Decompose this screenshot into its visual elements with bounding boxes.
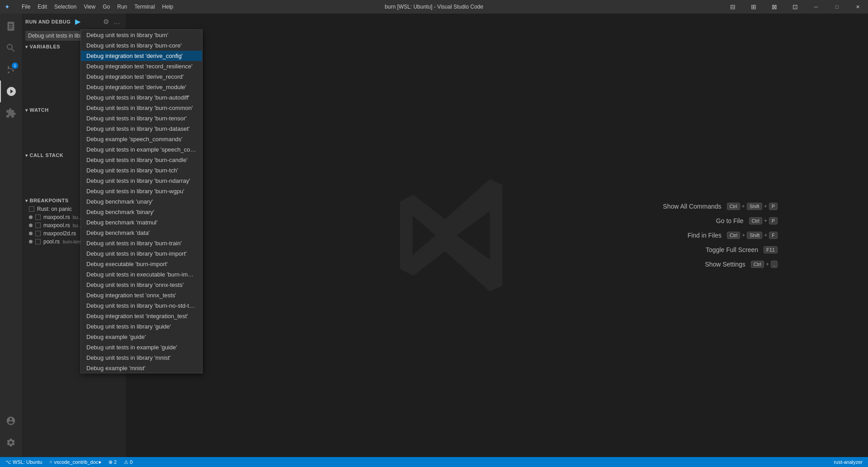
breakpoint-dot-maxpool2d [29, 232, 33, 235]
dropdown-item-0[interactable]: Debug unit tests in library 'burn' [81, 30, 202, 40]
dropdown-item-27[interactable]: Debug integration test 'integration_test… [81, 311, 202, 321]
dropdown-item-14[interactable]: Debug unit tests in library 'burn-ndarra… [81, 176, 202, 186]
dropdown-item-18[interactable]: Debug benchmark 'matmul' [81, 217, 202, 228]
command-row-show-all: Show All Commands Ctrl + Shift + P [663, 203, 778, 210]
minimize-button[interactable]: ─ [806, 0, 826, 14]
command-find-files-keys: Ctrl + Shift + F [727, 232, 778, 239]
breakpoint-checkbox-maxpool2[interactable] [35, 223, 41, 228]
dropdown-item-11[interactable]: Debug unit tests in example 'speech_comm… [81, 144, 202, 155]
activity-extensions[interactable] [0, 102, 22, 124]
dropdown-item-32[interactable]: Debug example 'mnist' [81, 363, 202, 373]
dropdown-item-9[interactable]: Debug unit tests in library 'burn-datase… [81, 124, 202, 134]
key-f-3[interactable]: F [769, 232, 778, 239]
breakpoints-chevron: ▾ [25, 198, 28, 203]
key-ctrl-1[interactable]: Ctrl [727, 203, 740, 210]
dropdown-item-30[interactable]: Debug unit tests in example 'guide' [81, 342, 202, 353]
dropdown-item-4[interactable]: Debug integration test 'derive_record' [81, 71, 202, 82]
dropdown-item-15[interactable]: Debug unit tests in library 'burn-wgpu' [81, 186, 202, 196]
command-row-settings: Show Settings Ctrl + , [663, 261, 778, 268]
breakpoint-dot-pool [29, 240, 33, 243]
activity-run-debug[interactable] [0, 81, 22, 102]
menu-terminal[interactable]: Terminal [131, 0, 158, 14]
run-settings-icon[interactable]: ⚙ [101, 17, 111, 27]
close-button[interactable]: ✕ [847, 0, 868, 14]
dropdown-item-28[interactable]: Debug unit tests in library 'guide' [81, 321, 202, 332]
breakpoint-filename-maxpool2d: maxpool2d.rs [43, 230, 76, 237]
variables-label: VARIABLES [30, 44, 61, 49]
breakpoint-filename-maxpool2: maxpool.rs [43, 222, 70, 229]
dropdown-item-17[interactable]: Debug benchmark 'binary' [81, 207, 202, 217]
layout-icon-4[interactable]: ⊡ [785, 0, 806, 14]
activity-search[interactable] [0, 37, 22, 59]
key-ctrl-2[interactable]: Ctrl [749, 217, 762, 224]
breakpoint-checkbox-maxpool2d[interactable] [35, 231, 41, 236]
dropdown-item-12[interactable]: Debug unit tests in library 'burn-candle… [81, 155, 202, 165]
key-comma-5[interactable]: , [771, 261, 778, 268]
maximize-button[interactable]: □ [826, 0, 847, 14]
language-label: rust-analyzer [834, 459, 863, 465]
status-right: rust-analyzer [832, 457, 864, 467]
command-row-find-files: Find in Files Ctrl + Shift + F [663, 232, 778, 239]
command-settings-label: Show Settings [705, 261, 745, 268]
status-wsl[interactable]: ⌥ WSL: Ubuntu [4, 457, 44, 467]
layout-icon-3[interactable]: ⊠ [764, 0, 785, 14]
dropdown-item-19[interactable]: Debug benchmark 'data' [81, 228, 202, 238]
dropdown-item-7[interactable]: Debug unit tests in library 'burn-common… [81, 103, 202, 113]
menu-help[interactable]: Help [159, 0, 177, 14]
watch-chevron: ▾ [25, 108, 28, 113]
key-p-2[interactable]: P [769, 217, 778, 224]
dropdown-menu[interactable]: Debug unit tests in library 'burn' Debug… [80, 29, 203, 373]
run-icons: ⚙ … [101, 17, 122, 27]
run-play-button[interactable]: ▶ [75, 17, 80, 26]
dropdown-item-29[interactable]: Debug example 'guide' [81, 332, 202, 342]
dropdown-item-24[interactable]: Debug unit tests in library 'onnx-tests' [81, 280, 202, 290]
status-warnings[interactable]: ⚠ 0 [122, 457, 134, 467]
dropdown-item-23[interactable]: Debug unit tests in executable 'burn-imp… [81, 269, 202, 280]
key-shift-1[interactable]: Shift [747, 203, 762, 210]
dropdown-item-26[interactable]: Debug unit tests in library 'burn-no-std… [81, 300, 202, 311]
key-ctrl-3[interactable]: Ctrl [727, 232, 740, 239]
breakpoint-checkbox-pool[interactable] [35, 239, 41, 244]
layout-icon-2[interactable]: ⊞ [743, 0, 764, 14]
breakpoint-checkbox-maxpool1[interactable] [35, 214, 41, 220]
commands-panel: Show All Commands Ctrl + Shift + P Go to… [663, 203, 778, 268]
activity-account[interactable] [0, 410, 22, 432]
menu-edit[interactable]: Edit [34, 0, 51, 14]
status-source-control[interactable]: ⑃ vscode_contrib_doc● [47, 457, 103, 467]
dropdown-item-22[interactable]: Debug executable 'burn-import' [81, 259, 202, 269]
window-controls: ⊟ ⊞ ⊠ ⊡ ─ □ ✕ [722, 0, 868, 14]
menu-run[interactable]: Run [113, 0, 131, 14]
dropdown-item-25[interactable]: Debug integration test 'onnx_tests' [81, 290, 202, 300]
dropdown-item-5[interactable]: Debug integration test 'derive_module' [81, 82, 202, 92]
key-ctrl-5[interactable]: Ctrl [751, 261, 764, 268]
run-more-icon[interactable]: … [112, 17, 122, 27]
dropdown-item-13[interactable]: Debug unit tests in library 'burn-tch' [81, 165, 202, 176]
activity-explorer[interactable] [0, 15, 22, 37]
key-p-1[interactable]: P [769, 203, 778, 210]
dropdown-item-20[interactable]: Debug unit tests in library 'burn-train' [81, 238, 202, 248]
dropdown-item-16[interactable]: Debug benchmark 'unary' [81, 196, 202, 207]
menu-go[interactable]: Go [99, 0, 113, 14]
dropdown-item-21[interactable]: Debug unit tests in library 'burn-import… [81, 248, 202, 259]
dropdown-item-1[interactable]: Debug unit tests in library 'burn-core' [81, 40, 202, 51]
wsl-icon: ⌥ [5, 459, 11, 465]
breakpoint-checkbox-panic[interactable] [29, 206, 34, 212]
dropdown-item-2[interactable]: Debug integration test 'derive_config' [81, 51, 202, 61]
status-language[interactable]: rust-analyzer [832, 457, 864, 467]
dropdown-item-8[interactable]: Debug unit tests in library 'burn-tensor… [81, 113, 202, 124]
activity-bar: 1 [0, 14, 22, 457]
dropdown-item-10[interactable]: Debug example 'speech_commands' [81, 134, 202, 144]
menu-view[interactable]: View [80, 0, 99, 14]
key-f11[interactable]: F11 [764, 246, 778, 253]
key-shift-3[interactable]: Shift [747, 232, 762, 239]
dropdown-item-3[interactable]: Debug integration test 'record_resilienc… [81, 61, 202, 71]
status-errors[interactable]: ⊗ 2 [107, 457, 118, 467]
activity-source-control[interactable]: 1 [0, 59, 22, 81]
activity-settings[interactable] [0, 432, 22, 453]
dropdown-item-31[interactable]: Debug unit tests in library 'mnist' [81, 353, 202, 363]
breakpoint-filename-maxpool1: maxpool.rs [43, 214, 70, 220]
dropdown-item-6[interactable]: Debug unit tests in library 'burn-autodi… [81, 92, 202, 103]
menu-selection[interactable]: Selection [51, 0, 80, 14]
menu-file[interactable]: File [18, 0, 34, 14]
layout-icon-1[interactable]: ⊟ [722, 0, 743, 14]
